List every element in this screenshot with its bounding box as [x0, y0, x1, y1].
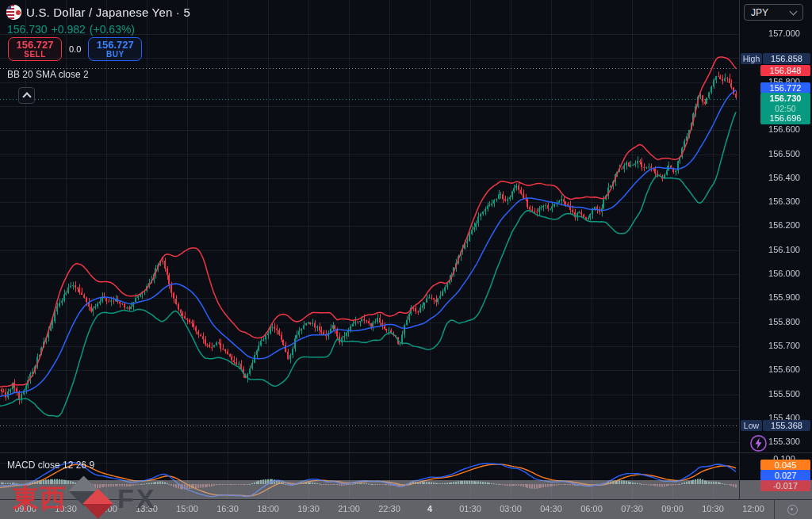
bb-upper-value-badge: 156.848 — [760, 65, 810, 76]
timezone-settings-icon[interactable] — [787, 505, 798, 515]
sell-label: SELL — [24, 51, 46, 59]
sell-button[interactable]: 156.727 SELL — [8, 37, 62, 61]
time-tick-label: 13:30 — [129, 504, 164, 513]
symbol-title[interactable]: U.S. Dollar / Japanese Yen · 5 — [26, 6, 190, 19]
price-change: +0.982 — [52, 23, 86, 36]
price-axis[interactable]: 157.000156.900156.800156.700156.600156.5… — [739, 0, 812, 499]
price-tick-label: 157.000 — [739, 29, 812, 38]
price-tick-label: 156.100 — [739, 245, 812, 254]
price-change-pct: (+0.63%) — [90, 23, 135, 36]
buy-button[interactable]: 156.727 BUY — [88, 37, 142, 61]
time-tick-label: 10:30 — [695, 504, 730, 513]
macd-indicator-label[interactable]: MACD close 12 26 9 — [7, 460, 94, 471]
price-tick-label: 155.900 — [739, 292, 812, 302]
buy-label: BUY — [106, 51, 124, 59]
trade-panel: 156.727 SELL 0.0 156.727 BUY — [8, 37, 142, 61]
time-tick-label: 03:00 — [493, 504, 528, 513]
price-tick-label: 155.600 — [739, 364, 812, 374]
time-tick-label: 22:30 — [372, 504, 407, 513]
time-day-marker: 4 — [412, 504, 447, 513]
time-tick-label: 21:00 — [331, 504, 366, 513]
time-tick-label: 01:30 — [453, 504, 488, 513]
time-tick-label: 09:00 — [655, 504, 690, 513]
time-tick-label: 18:00 — [251, 504, 285, 513]
macd-line-badge: 0.027 — [760, 470, 810, 481]
time-tick-label: 19:30 — [291, 504, 326, 513]
price-tick-label: 155.800 — [739, 317, 812, 326]
quick-trade-lightning-button[interactable] — [749, 434, 768, 452]
low-badge: Low155.368 — [741, 420, 810, 431]
time-tick-label: 15:00 — [170, 504, 205, 513]
bar-countdown: 02:50 — [760, 104, 810, 113]
price-tick-label: 156.600 — [739, 124, 812, 134]
price-tick-label: 156.400 — [739, 173, 812, 182]
collapse-pane-button[interactable] — [18, 87, 35, 104]
time-tick-label: 04:30 — [534, 504, 569, 513]
bb-indicator-label[interactable]: BB 20 SMA close 2 — [7, 69, 89, 80]
price-tick-label: 155.700 — [739, 341, 812, 350]
time-tick-label: 10:30 — [48, 504, 83, 513]
buy-price: 156.727 — [97, 40, 134, 51]
time-tick-label: 09:00 — [8, 504, 43, 513]
price-tick-label: 156.200 — [739, 220, 812, 230]
last-price-badge: 156.73002:50156.696 — [760, 93, 810, 124]
last-price-axis-value: 156.730 — [760, 93, 810, 104]
price-chart-canvas[interactable] — [0, 0, 812, 519]
spread-value: 0.0 — [69, 44, 81, 54]
time-tick-label: 07:30 — [615, 504, 649, 513]
price-tick-label: 156.300 — [739, 197, 812, 206]
usdjpy-flag-icon — [6, 5, 21, 20]
sell-price: 156.727 — [17, 40, 54, 51]
time-tick-label: 16:30 — [210, 504, 245, 513]
time-tick-label: 06:00 — [574, 504, 609, 513]
lightning-icon — [749, 434, 768, 452]
bb-lower-value-badge: 156.696 — [760, 113, 810, 124]
price-tick-label: 156.500 — [739, 149, 812, 158]
last-price-value: 156.730 — [7, 23, 48, 36]
price-tick-label: 155.500 — [739, 389, 812, 399]
last-price-row: 156.730+0.982(+0.63%) — [7, 23, 139, 36]
macd-hist-badge: -0.017 — [760, 480, 810, 491]
time-tick-label: 12:00 — [736, 504, 771, 513]
time-axis[interactable]: 09:0010:3012:0013:3015:0016:3018:0019:30… — [0, 499, 812, 519]
price-tick-label: 156.000 — [739, 269, 812, 278]
macd-signal-badge: 0.045 — [760, 460, 810, 471]
high-badge: High156.858 — [741, 53, 810, 64]
trading-chart-app: U.S. Dollar / Japanese Yen · 5 156.730+0… — [0, 0, 812, 519]
chevron-up-icon — [22, 92, 31, 101]
time-tick-label: 12:00 — [89, 504, 124, 513]
